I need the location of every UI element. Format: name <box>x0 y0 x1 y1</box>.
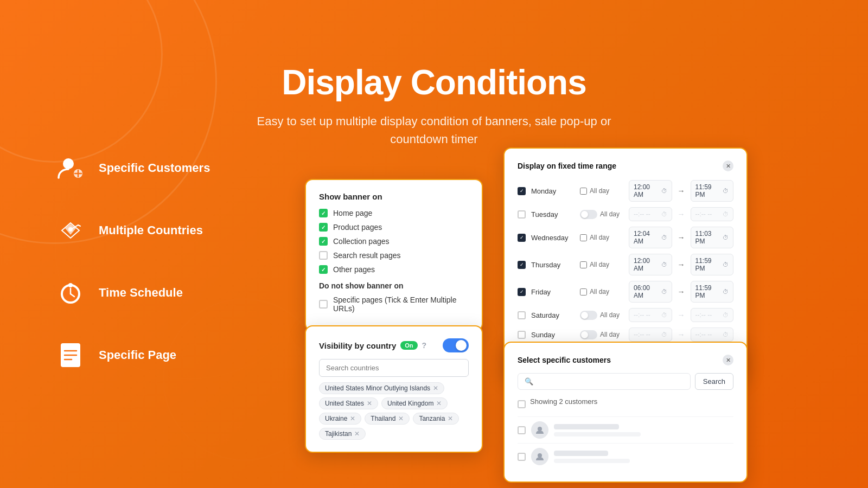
thursday-label: Thursday <box>531 261 575 269</box>
wednesday-allday[interactable]: All day <box>580 234 623 241</box>
saturday-allday[interactable]: All day <box>580 311 623 320</box>
tag-tanzania[interactable]: Tanzania ✕ <box>413 413 459 425</box>
product-pages-checkbox[interactable] <box>319 223 328 232</box>
customer-2-avatar <box>531 448 548 465</box>
visibility-title-text: Visibility by country <box>319 341 396 350</box>
multiple-countries-label: Multiple Countries <box>99 223 203 237</box>
friday-allday-check[interactable] <box>580 288 587 296</box>
other-pages-checkbox[interactable] <box>319 265 328 274</box>
tag-thailand[interactable]: Thailand ✕ <box>365 413 410 425</box>
sunday-end: --:-- --⏱ <box>691 328 734 342</box>
specific-pages-checkbox[interactable] <box>319 300 328 309</box>
visibility-toggle[interactable] <box>443 338 469 352</box>
tag-thailand-remove[interactable]: ✕ <box>398 415 404 422</box>
specific-page-icon <box>54 339 87 371</box>
tag-us-minor-label: United States Minor Outlying Islands <box>325 384 430 392</box>
banner-product-pages-row[interactable]: Product pages <box>319 223 469 232</box>
tag-ukraine-remove[interactable]: ✕ <box>350 415 355 422</box>
tag-uk-label: United Kingdom <box>387 400 433 407</box>
friday-arrow: → <box>678 287 685 296</box>
monday-row: Monday All day 12:00 AM⏱ → 11:59 PM⏱ <box>518 180 733 202</box>
friday-label: Friday <box>531 288 575 296</box>
tag-tajikistan-label: Tajikistan <box>325 430 352 438</box>
features-list: Specific Customers Multiple Countries Ti <box>54 152 210 371</box>
banner-other-pages-row[interactable]: Other pages <box>319 265 469 274</box>
monday-start[interactable]: 12:00 AM⏱ <box>629 180 672 202</box>
tuesday-label: Tuesday <box>531 210 575 219</box>
time-card-close[interactable]: ✕ <box>723 160 733 171</box>
time-schedule-icon <box>54 277 87 309</box>
sunday-allday[interactable]: All day <box>580 330 623 339</box>
tag-us-minor-remove[interactable]: ✕ <box>433 384 438 392</box>
search-result-pages-checkbox[interactable] <box>319 251 328 260</box>
sunday-toggle[interactable] <box>580 330 597 339</box>
customer-2-checkbox[interactable] <box>518 453 526 461</box>
banner-search-result-pages-row[interactable]: Search result pages <box>319 251 469 260</box>
customer-1-email <box>554 432 641 436</box>
tag-tajikistan[interactable]: Tajikistan ✕ <box>319 428 366 440</box>
customer-1-info <box>554 424 733 436</box>
tag-us-minor[interactable]: United States Minor Outlying Islands ✕ <box>319 382 444 394</box>
wednesday-end[interactable]: 11:03 PM⏱ <box>691 227 734 248</box>
monday-allday[interactable]: All day <box>580 187 623 195</box>
thursday-start[interactable]: 12:00 AM⏱ <box>629 254 672 275</box>
saturday-checkbox[interactable] <box>518 311 526 319</box>
wednesday-start[interactable]: 12:04 AM⏱ <box>629 227 672 248</box>
customer-search-button[interactable]: Search <box>695 373 733 390</box>
thursday-allday-check[interactable] <box>580 261 587 268</box>
wednesday-arrow: → <box>678 233 685 242</box>
friday-start[interactable]: 06:00 AM⏱ <box>629 281 672 303</box>
tag-uk-remove[interactable]: ✕ <box>436 400 442 407</box>
customer-1-checkbox[interactable] <box>518 426 526 434</box>
svg-point-16 <box>538 453 542 458</box>
tag-us[interactable]: United States ✕ <box>319 397 378 409</box>
tag-tajikistan-remove[interactable]: ✕ <box>354 430 360 438</box>
tuesday-allday[interactable]: All day <box>580 210 623 219</box>
specific-customers-label: Specific Customers <box>99 161 210 175</box>
saturday-label: Saturday <box>531 311 575 319</box>
friday-checkbox[interactable] <box>518 288 526 296</box>
specific-customers-icon <box>54 152 87 184</box>
customers-close[interactable]: ✕ <box>723 355 733 365</box>
thursday-arrow: → <box>678 260 685 269</box>
home-page-label: Home page <box>333 209 372 217</box>
tag-ukraine[interactable]: Ukraine ✕ <box>319 413 361 425</box>
search-countries-input[interactable] <box>319 359 469 377</box>
monday-end[interactable]: 11:59 PM⏱ <box>691 180 734 202</box>
monday-allday-check[interactable] <box>580 188 587 195</box>
search-result-pages-label: Search result pages <box>333 251 401 260</box>
customers-title: Select specific customers <box>518 356 611 364</box>
time-card-title: Display on fixed time range <box>518 162 616 170</box>
friday-allday[interactable]: All day <box>580 288 623 296</box>
tag-tanzania-remove[interactable]: ✕ <box>448 415 453 422</box>
select-all-checkbox[interactable] <box>518 400 526 408</box>
monday-checkbox[interactable] <box>518 187 526 195</box>
customer-2-info <box>554 451 733 463</box>
wednesday-allday-check[interactable] <box>580 234 587 241</box>
collection-pages-checkbox[interactable] <box>319 237 328 246</box>
feature-multiple-countries: Multiple Countries <box>54 214 210 247</box>
thursday-end[interactable]: 11:59 PM⏱ <box>691 254 734 275</box>
multiple-countries-icon <box>54 214 87 247</box>
thursday-allday-label: All day <box>590 261 609 268</box>
tuesday-toggle[interactable] <box>580 210 597 219</box>
thursday-row: Thursday All day 12:00 AM⏱ → 11:59 PM⏱ <box>518 254 733 275</box>
home-page-checkbox[interactable] <box>319 209 328 217</box>
customer-count: Showing 2 customers <box>530 397 597 406</box>
customer-search-input[interactable] <box>518 373 691 390</box>
tag-us-remove[interactable]: ✕ <box>367 400 372 407</box>
show-banner-title: Show banner on <box>319 192 469 201</box>
friday-end[interactable]: 11:59 PM⏱ <box>691 281 734 303</box>
sunday-checkbox[interactable] <box>518 331 526 339</box>
wednesday-checkbox[interactable] <box>518 234 526 242</box>
specific-pages-row[interactable]: Specific pages (Tick & Enter Multiple UR… <box>319 296 469 313</box>
banner-collection-pages-row[interactable]: Collection pages <box>319 237 469 246</box>
tag-uk[interactable]: United Kingdom ✕ <box>381 397 448 409</box>
tuesday-checkbox[interactable] <box>518 210 526 219</box>
thursday-allday[interactable]: All day <box>580 261 623 268</box>
thursday-checkbox[interactable] <box>518 261 526 269</box>
saturday-toggle[interactable] <box>580 311 597 320</box>
banner-home-page-row[interactable]: Home page <box>319 209 469 217</box>
tuesday-allday-label: All day <box>600 210 620 218</box>
info-icon[interactable]: ? <box>422 341 427 350</box>
